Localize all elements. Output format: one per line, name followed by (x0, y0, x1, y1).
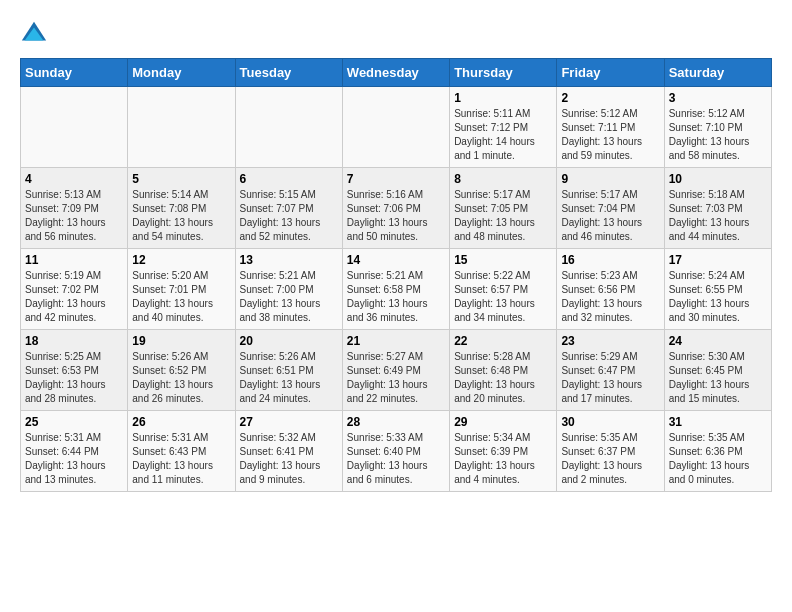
day-info: Sunrise: 5:21 AM Sunset: 6:58 PM Dayligh… (347, 269, 445, 325)
day-info: Sunrise: 5:17 AM Sunset: 7:04 PM Dayligh… (561, 188, 659, 244)
calendar-day-cell: 20Sunrise: 5:26 AM Sunset: 6:51 PM Dayli… (235, 330, 342, 411)
day-number: 22 (454, 334, 552, 348)
calendar-day-cell: 25Sunrise: 5:31 AM Sunset: 6:44 PM Dayli… (21, 411, 128, 492)
calendar-day-cell: 26Sunrise: 5:31 AM Sunset: 6:43 PM Dayli… (128, 411, 235, 492)
day-number: 18 (25, 334, 123, 348)
calendar-day-cell: 1Sunrise: 5:11 AM Sunset: 7:12 PM Daylig… (450, 87, 557, 168)
day-number: 9 (561, 172, 659, 186)
calendar-day-cell: 24Sunrise: 5:30 AM Sunset: 6:45 PM Dayli… (664, 330, 771, 411)
logo-icon (20, 20, 48, 48)
calendar-table: SundayMondayTuesdayWednesdayThursdayFrid… (20, 58, 772, 492)
day-number: 31 (669, 415, 767, 429)
day-number: 15 (454, 253, 552, 267)
calendar-day-cell: 4Sunrise: 5:13 AM Sunset: 7:09 PM Daylig… (21, 168, 128, 249)
calendar-day-cell: 7Sunrise: 5:16 AM Sunset: 7:06 PM Daylig… (342, 168, 449, 249)
day-number: 25 (25, 415, 123, 429)
day-of-week-header: Wednesday (342, 59, 449, 87)
calendar-day-cell: 12Sunrise: 5:20 AM Sunset: 7:01 PM Dayli… (128, 249, 235, 330)
calendar-day-cell: 18Sunrise: 5:25 AM Sunset: 6:53 PM Dayli… (21, 330, 128, 411)
day-number: 1 (454, 91, 552, 105)
day-number: 8 (454, 172, 552, 186)
day-info: Sunrise: 5:35 AM Sunset: 6:36 PM Dayligh… (669, 431, 767, 487)
page-header (20, 20, 772, 48)
day-number: 23 (561, 334, 659, 348)
day-info: Sunrise: 5:13 AM Sunset: 7:09 PM Dayligh… (25, 188, 123, 244)
calendar-day-cell: 8Sunrise: 5:17 AM Sunset: 7:05 PM Daylig… (450, 168, 557, 249)
calendar-day-cell: 2Sunrise: 5:12 AM Sunset: 7:11 PM Daylig… (557, 87, 664, 168)
day-number: 13 (240, 253, 338, 267)
day-info: Sunrise: 5:22 AM Sunset: 6:57 PM Dayligh… (454, 269, 552, 325)
calendar-day-cell: 11Sunrise: 5:19 AM Sunset: 7:02 PM Dayli… (21, 249, 128, 330)
calendar-week-row: 4Sunrise: 5:13 AM Sunset: 7:09 PM Daylig… (21, 168, 772, 249)
day-info: Sunrise: 5:15 AM Sunset: 7:07 PM Dayligh… (240, 188, 338, 244)
day-number: 29 (454, 415, 552, 429)
day-info: Sunrise: 5:31 AM Sunset: 6:43 PM Dayligh… (132, 431, 230, 487)
day-of-week-header: Sunday (21, 59, 128, 87)
days-of-week-row: SundayMondayTuesdayWednesdayThursdayFrid… (21, 59, 772, 87)
day-info: Sunrise: 5:24 AM Sunset: 6:55 PM Dayligh… (669, 269, 767, 325)
day-number: 26 (132, 415, 230, 429)
calendar-day-cell: 29Sunrise: 5:34 AM Sunset: 6:39 PM Dayli… (450, 411, 557, 492)
day-info: Sunrise: 5:29 AM Sunset: 6:47 PM Dayligh… (561, 350, 659, 406)
day-number: 4 (25, 172, 123, 186)
day-info: Sunrise: 5:33 AM Sunset: 6:40 PM Dayligh… (347, 431, 445, 487)
day-info: Sunrise: 5:12 AM Sunset: 7:10 PM Dayligh… (669, 107, 767, 163)
day-info: Sunrise: 5:17 AM Sunset: 7:05 PM Dayligh… (454, 188, 552, 244)
day-info: Sunrise: 5:35 AM Sunset: 6:37 PM Dayligh… (561, 431, 659, 487)
day-info: Sunrise: 5:16 AM Sunset: 7:06 PM Dayligh… (347, 188, 445, 244)
day-number: 20 (240, 334, 338, 348)
calendar-day-cell: 21Sunrise: 5:27 AM Sunset: 6:49 PM Dayli… (342, 330, 449, 411)
day-number: 6 (240, 172, 338, 186)
day-of-week-header: Saturday (664, 59, 771, 87)
day-number: 12 (132, 253, 230, 267)
calendar-day-cell: 15Sunrise: 5:22 AM Sunset: 6:57 PM Dayli… (450, 249, 557, 330)
day-of-week-header: Thursday (450, 59, 557, 87)
calendar-day-cell (235, 87, 342, 168)
day-info: Sunrise: 5:26 AM Sunset: 6:51 PM Dayligh… (240, 350, 338, 406)
day-number: 17 (669, 253, 767, 267)
day-info: Sunrise: 5:30 AM Sunset: 6:45 PM Dayligh… (669, 350, 767, 406)
day-of-week-header: Monday (128, 59, 235, 87)
day-number: 24 (669, 334, 767, 348)
calendar-day-cell: 14Sunrise: 5:21 AM Sunset: 6:58 PM Dayli… (342, 249, 449, 330)
day-number: 5 (132, 172, 230, 186)
calendar-day-cell: 22Sunrise: 5:28 AM Sunset: 6:48 PM Dayli… (450, 330, 557, 411)
day-info: Sunrise: 5:19 AM Sunset: 7:02 PM Dayligh… (25, 269, 123, 325)
calendar-day-cell: 5Sunrise: 5:14 AM Sunset: 7:08 PM Daylig… (128, 168, 235, 249)
calendar-header: SundayMondayTuesdayWednesdayThursdayFrid… (21, 59, 772, 87)
calendar-day-cell (128, 87, 235, 168)
day-info: Sunrise: 5:25 AM Sunset: 6:53 PM Dayligh… (25, 350, 123, 406)
day-info: Sunrise: 5:21 AM Sunset: 7:00 PM Dayligh… (240, 269, 338, 325)
calendar-day-cell: 30Sunrise: 5:35 AM Sunset: 6:37 PM Dayli… (557, 411, 664, 492)
day-info: Sunrise: 5:26 AM Sunset: 6:52 PM Dayligh… (132, 350, 230, 406)
day-number: 3 (669, 91, 767, 105)
calendar-day-cell (21, 87, 128, 168)
day-of-week-header: Friday (557, 59, 664, 87)
day-info: Sunrise: 5:20 AM Sunset: 7:01 PM Dayligh… (132, 269, 230, 325)
calendar-day-cell: 13Sunrise: 5:21 AM Sunset: 7:00 PM Dayli… (235, 249, 342, 330)
calendar-day-cell (342, 87, 449, 168)
day-number: 10 (669, 172, 767, 186)
day-number: 30 (561, 415, 659, 429)
calendar-week-row: 11Sunrise: 5:19 AM Sunset: 7:02 PM Dayli… (21, 249, 772, 330)
day-info: Sunrise: 5:34 AM Sunset: 6:39 PM Dayligh… (454, 431, 552, 487)
day-number: 21 (347, 334, 445, 348)
calendar-day-cell: 17Sunrise: 5:24 AM Sunset: 6:55 PM Dayli… (664, 249, 771, 330)
day-number: 16 (561, 253, 659, 267)
day-info: Sunrise: 5:32 AM Sunset: 6:41 PM Dayligh… (240, 431, 338, 487)
day-of-week-header: Tuesday (235, 59, 342, 87)
calendar-day-cell: 31Sunrise: 5:35 AM Sunset: 6:36 PM Dayli… (664, 411, 771, 492)
day-number: 2 (561, 91, 659, 105)
day-number: 11 (25, 253, 123, 267)
day-number: 28 (347, 415, 445, 429)
day-number: 27 (240, 415, 338, 429)
calendar-day-cell: 6Sunrise: 5:15 AM Sunset: 7:07 PM Daylig… (235, 168, 342, 249)
day-info: Sunrise: 5:11 AM Sunset: 7:12 PM Dayligh… (454, 107, 552, 163)
calendar-week-row: 25Sunrise: 5:31 AM Sunset: 6:44 PM Dayli… (21, 411, 772, 492)
day-number: 19 (132, 334, 230, 348)
day-info: Sunrise: 5:14 AM Sunset: 7:08 PM Dayligh… (132, 188, 230, 244)
day-info: Sunrise: 5:12 AM Sunset: 7:11 PM Dayligh… (561, 107, 659, 163)
calendar-week-row: 1Sunrise: 5:11 AM Sunset: 7:12 PM Daylig… (21, 87, 772, 168)
calendar-body: 1Sunrise: 5:11 AM Sunset: 7:12 PM Daylig… (21, 87, 772, 492)
day-info: Sunrise: 5:18 AM Sunset: 7:03 PM Dayligh… (669, 188, 767, 244)
